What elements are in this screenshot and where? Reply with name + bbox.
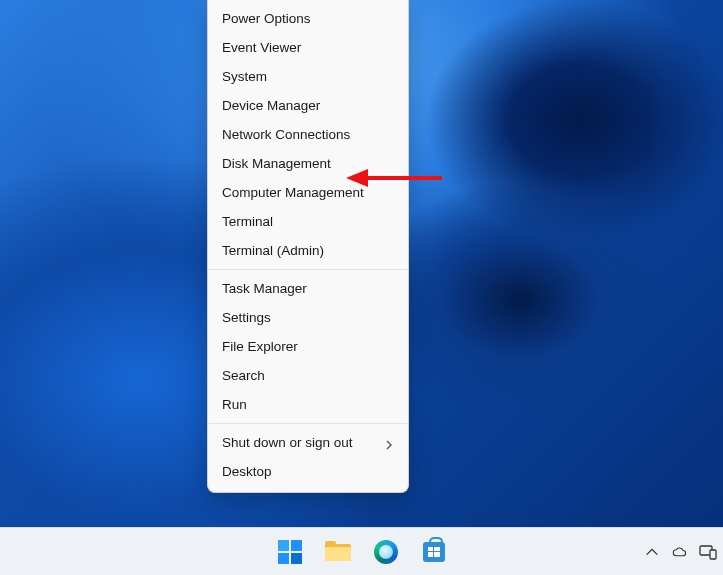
tray-devices-button[interactable] [699, 543, 717, 561]
menu-item-label: Power Options [222, 11, 311, 26]
menu-item-label: Settings [222, 310, 271, 325]
menu-item-label: Desktop [222, 464, 272, 479]
menu-item-label: Computer Management [222, 185, 364, 200]
store-icon [423, 542, 445, 562]
menu-item-network-connections[interactable]: Network Connections [208, 120, 408, 149]
menu-item-label: Run [222, 397, 247, 412]
taskbar-file-explorer-button[interactable] [318, 532, 358, 572]
folder-icon [325, 541, 351, 563]
chevron-right-icon [384, 438, 394, 448]
menu-separator [208, 269, 408, 270]
menu-item-label: Shut down or sign out [222, 435, 353, 450]
cloud-icon [671, 545, 689, 559]
menu-item-search[interactable]: Search [208, 361, 408, 390]
menu-item-system[interactable]: System [208, 62, 408, 91]
menu-item-label: Device Manager [222, 98, 320, 113]
taskbar-center-group [270, 528, 454, 575]
menu-item-shut-down-or-sign-out[interactable]: Shut down or sign out [208, 428, 408, 457]
menu-item-power-options[interactable]: Power Options [208, 4, 408, 33]
menu-item-terminal-admin[interactable]: Terminal (Admin) [208, 236, 408, 265]
menu-item-label: Terminal (Admin) [222, 243, 324, 258]
edge-icon [374, 540, 398, 564]
menu-item-label: Network Connections [222, 127, 350, 142]
taskbar-store-button[interactable] [414, 532, 454, 572]
menu-item-task-manager[interactable]: Task Manager [208, 274, 408, 303]
menu-item-run[interactable]: Run [208, 390, 408, 419]
menu-item-label: Search [222, 368, 265, 383]
tray-overflow-button[interactable] [643, 543, 661, 561]
menu-item-label: Disk Management [222, 156, 331, 171]
tray-onedrive-button[interactable] [671, 543, 689, 561]
menu-item-label: File Explorer [222, 339, 298, 354]
devices-icon [699, 544, 717, 560]
system-tray [643, 528, 717, 575]
taskbar-edge-button[interactable] [366, 532, 406, 572]
menu-item-terminal[interactable]: Terminal [208, 207, 408, 236]
chevron-up-icon [645, 545, 659, 559]
menu-item-disk-management[interactable]: Disk Management [208, 149, 408, 178]
menu-item-label: Event Viewer [222, 40, 301, 55]
menu-item-label: Task Manager [222, 281, 307, 296]
menu-item-label: System [222, 69, 267, 84]
menu-item-computer-management[interactable]: Computer Management [208, 178, 408, 207]
taskbar [0, 527, 723, 575]
menu-item-file-explorer[interactable]: File Explorer [208, 332, 408, 361]
svg-rect-3 [710, 550, 716, 559]
winx-context-menu: Power OptionsEvent ViewerSystemDevice Ma… [207, 0, 409, 493]
menu-item-event-viewer[interactable]: Event Viewer [208, 33, 408, 62]
menu-item-settings[interactable]: Settings [208, 303, 408, 332]
windows-logo-icon [278, 540, 302, 564]
start-button[interactable] [270, 532, 310, 572]
menu-item-desktop[interactable]: Desktop [208, 457, 408, 486]
menu-item-label: Terminal [222, 214, 273, 229]
menu-separator [208, 423, 408, 424]
menu-item-device-manager[interactable]: Device Manager [208, 91, 408, 120]
